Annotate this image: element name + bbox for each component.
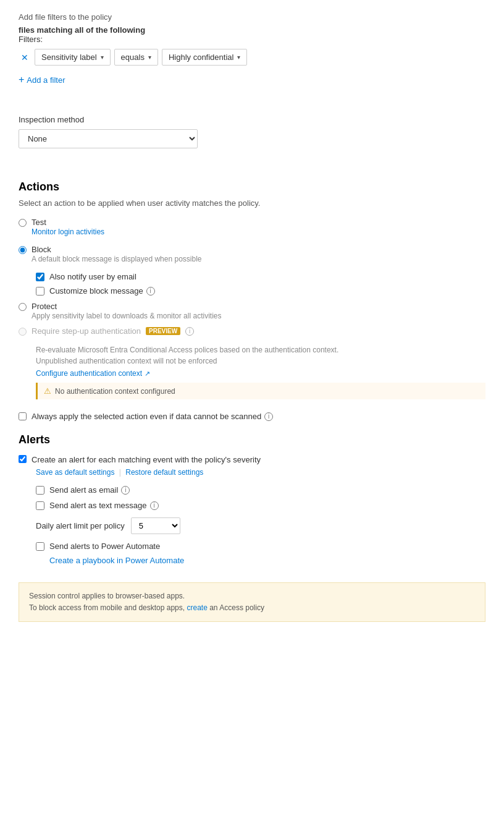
protect-option: Protect Apply sensitivity label to downl…	[19, 302, 485, 320]
session-banner-line2post: an Access policy	[209, 603, 264, 612]
add-filters-label: Add file filters to the policy	[19, 12, 485, 22]
session-banner: Session control applies to browser-based…	[19, 582, 485, 622]
block-label[interactable]: Block	[32, 245, 202, 254]
preview-badge: PREVIEW	[146, 327, 180, 335]
power-automate-section: Send alerts to Power Automate Create a p…	[36, 542, 485, 565]
send-text-label[interactable]: Send alert as text message i	[49, 501, 159, 510]
remove-filter-button[interactable]: ✕	[19, 51, 31, 64]
power-automate-label[interactable]: Send alerts to Power Automate	[49, 542, 160, 551]
inspection-label: Inspection method	[19, 115, 485, 124]
customize-block-row: Customize block message i	[36, 286, 485, 296]
always-apply-label[interactable]: Always apply the selected action even if…	[32, 412, 273, 421]
chevron-down-icon: ▾	[101, 54, 104, 61]
add-filter-label: Add a filter	[27, 75, 65, 85]
filters-label: Filters:	[19, 35, 485, 44]
customize-block-info-icon: i	[146, 287, 155, 296]
pipe-separator: |	[119, 468, 121, 477]
send-email-info-icon: i	[121, 486, 130, 495]
sensitivity-label-dropdown[interactable]: Sensitivity label ▾	[35, 49, 111, 66]
create-playbook-link[interactable]: Create a playbook in Power Automate	[49, 556, 485, 565]
chevron-down-icon: ▾	[237, 54, 240, 61]
filter-value-dropdown[interactable]: Highly confidential ▾	[162, 49, 248, 66]
test-label-group: Test Monitor login activities	[32, 218, 104, 236]
send-text-checkbox[interactable]	[36, 501, 44, 510]
alerts-title: Alerts	[19, 433, 485, 446]
send-text-info-icon: i	[150, 501, 159, 510]
notify-email-checkbox[interactable]	[36, 273, 44, 281]
notify-email-label[interactable]: Also notify user by email	[49, 272, 136, 281]
block-option: Block A default block message is display…	[19, 245, 485, 263]
always-apply-row: Always apply the selected action even if…	[19, 412, 485, 421]
send-email-checkbox[interactable]	[36, 486, 44, 495]
create-alert-row: Create an alert for each matching event …	[19, 455, 485, 464]
external-link-icon: ↗	[145, 370, 150, 378]
test-label[interactable]: Test	[32, 218, 104, 227]
protect-sublabel: Apply sensitivity label to downloads & m…	[32, 312, 221, 320]
send-text-row: Send alert as text message i	[36, 501, 485, 510]
step-up-option: Require step-up authentication PREVIEW i	[19, 326, 485, 336]
test-option: Test Monitor login activities	[19, 218, 485, 236]
step-up-title-row: Require step-up authentication PREVIEW i	[32, 326, 194, 336]
daily-limit-label: Daily alert limit per policy	[36, 521, 125, 530]
filter-row: ✕ Sensitivity label ▾ equals ▾ Highly co…	[19, 49, 485, 66]
step-up-label-group: Require step-up authentication PREVIEW i	[32, 326, 194, 336]
files-matching-label: files matching all of the following	[19, 25, 485, 35]
daily-limit-select[interactable]: 5	[131, 517, 180, 534]
create-alert-checkbox[interactable]	[19, 455, 27, 463]
alert-settings-links: Save as default settings | Restore defau…	[36, 468, 485, 477]
send-email-label[interactable]: Send alert as email i	[49, 485, 130, 495]
step-up-info-icon: i	[185, 327, 194, 336]
session-banner-line2: To block access from mobile and desktop …	[29, 602, 475, 614]
customize-block-label[interactable]: Customize block message i	[49, 286, 155, 296]
step-up-description: Re-evaluate Microsoft Entra Conditional …	[36, 344, 485, 367]
protect-radio[interactable]	[19, 303, 27, 311]
test-sublabel: Monitor login activities	[32, 228, 104, 236]
chevron-down-icon: ▾	[148, 54, 151, 61]
inspection-method-select[interactable]: None	[19, 129, 198, 148]
notify-email-row: Also notify user by email	[36, 272, 485, 281]
test-radio[interactable]	[19, 219, 27, 227]
actions-description: Select an action to be applied when user…	[19, 198, 485, 208]
filter-value-text: Highly confidential	[169, 53, 234, 62]
customize-block-checkbox[interactable]	[36, 287, 44, 296]
always-apply-checkbox[interactable]	[19, 412, 27, 420]
block-sublabel: A default block message is displayed whe…	[32, 255, 202, 263]
create-access-policy-link[interactable]: create	[187, 603, 207, 612]
protect-label[interactable]: Protect	[32, 302, 221, 311]
block-radio[interactable]	[19, 246, 27, 254]
always-apply-info-icon: i	[264, 412, 273, 421]
create-alert-label[interactable]: Create an alert for each matching event …	[32, 455, 261, 464]
inspection-section: Inspection method None	[19, 115, 485, 148]
equals-text: equals	[121, 53, 145, 62]
step-up-label[interactable]: Require step-up authentication	[32, 326, 141, 336]
daily-limit-row: Daily alert limit per policy 5	[36, 517, 485, 534]
alerts-section: Alerts Create an alert for each matching…	[19, 433, 485, 565]
no-auth-context-warning: ⚠ No authentication context configured	[36, 383, 485, 399]
sensitivity-label-text: Sensitivity label	[41, 53, 97, 62]
power-automate-row: Send alerts to Power Automate	[36, 542, 485, 551]
actions-section: Actions Select an action to be applied w…	[19, 181, 485, 421]
block-label-group: Block A default block message is display…	[32, 245, 202, 263]
send-email-row: Send alert as email i	[36, 485, 485, 495]
save-default-link[interactable]: Save as default settings	[36, 468, 114, 477]
restore-default-link[interactable]: Restore default settings	[125, 468, 203, 477]
equals-dropdown[interactable]: equals ▾	[114, 49, 158, 66]
block-sub-options: Also notify user by email Customize bloc…	[36, 272, 485, 296]
power-automate-checkbox[interactable]	[36, 542, 44, 551]
add-filter-button[interactable]: + Add a filter	[19, 72, 65, 88]
no-auth-context-text: No authentication context configured	[55, 387, 175, 396]
warning-icon: ⚠	[44, 386, 51, 396]
configure-auth-link[interactable]: Configure authentication context ↗	[36, 369, 485, 378]
plus-icon: +	[19, 74, 24, 85]
actions-title: Actions	[19, 181, 485, 194]
protect-label-group: Protect Apply sensitivity label to downl…	[32, 302, 221, 320]
session-banner-line1: Session control applies to browser-based…	[29, 590, 475, 602]
step-up-radio[interactable]	[19, 328, 27, 336]
